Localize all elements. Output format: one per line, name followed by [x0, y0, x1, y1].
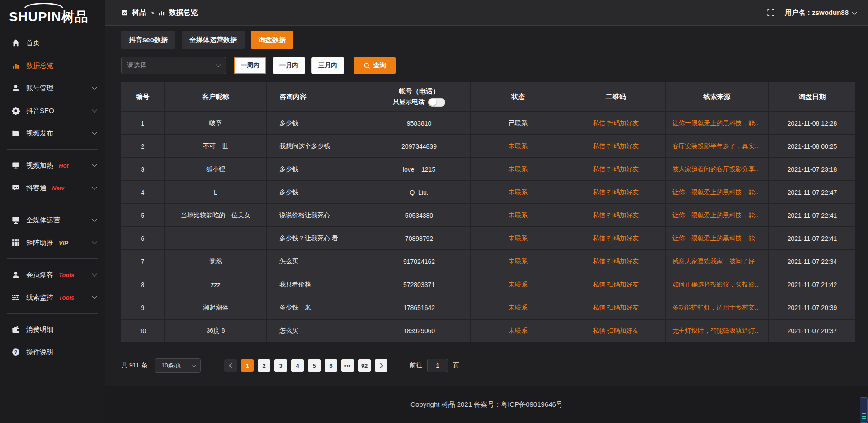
sidebar-item[interactable]: ?操作说明: [0, 341, 105, 363]
table-row: 3狐小狸多少钱love__1215未联系私信 扫码加好友被大家追着问的客厅投影分…: [121, 158, 855, 180]
screen-icon: [12, 161, 20, 169]
sidebar-item[interactable]: 视频加热Hot: [0, 154, 105, 177]
page-footer: Copyright 树品 2021 备案号：粤ICP备09019646号: [105, 386, 868, 423]
row-source-link[interactable]: 让你一眼就爱上的黑科技，能...: [666, 204, 768, 226]
goto-page-input[interactable]: [427, 359, 448, 372]
page-button[interactable]: 1: [241, 359, 254, 372]
period-button[interactable]: 一周内: [234, 57, 266, 74]
row-qrcode-link[interactable]: 私信 扫码加好友: [566, 135, 665, 157]
row-source-link[interactable]: 多功能护栏灯，适用于乡村文...: [666, 296, 768, 319]
period-button[interactable]: 三月内: [311, 57, 344, 74]
row-status: 未联系: [471, 320, 566, 342]
sidebar-item[interactable]: 线索监控Tools: [0, 286, 105, 309]
sidebar-item[interactable]: 会员爆客Tools: [0, 263, 105, 286]
period-button[interactable]: 一月内: [273, 57, 305, 74]
user-menu[interactable]: 用户名：zswodun88: [785, 9, 856, 17]
row-id: 3: [121, 158, 164, 180]
row-id: 8: [121, 273, 164, 296]
row-qrcode-link[interactable]: 私信 扫码加好友: [566, 112, 665, 134]
tab[interactable]: 询盘数据: [251, 31, 293, 49]
column-header: 编号: [121, 82, 164, 111]
row-source-link[interactable]: 让你一眼就爱上的黑科技，能...: [666, 112, 768, 134]
sidebar-item[interactable]: 视频发布: [0, 122, 105, 145]
row-nickname: 36度 8: [165, 320, 266, 342]
row-source-link[interactable]: 感谢大家喜欢我家，被问了好...: [666, 250, 768, 273]
chevron-down-icon: [92, 107, 97, 112]
chart-icon: [12, 61, 20, 70]
breadcrumb-separator: >: [151, 9, 154, 16]
tab[interactable]: 全媒体运营数据: [182, 31, 245, 49]
next-page-button[interactable]: [375, 359, 387, 372]
page-button[interactable]: 3: [274, 359, 287, 372]
row-status: 未联系: [471, 273, 566, 296]
sidebar-item-label: 首页: [26, 39, 40, 47]
row-source-link[interactable]: 让你一眼就爱上的黑科技，能...: [666, 181, 768, 203]
fullscreen-icon[interactable]: [767, 9, 775, 17]
row-qrcode-link[interactable]: 私信 扫码加好友: [566, 250, 665, 273]
floating-widget[interactable]: [860, 397, 868, 423]
row-source-link[interactable]: 如何正确选择投影仪，买投影...: [666, 273, 768, 296]
table-row: 7觉然怎么买917024162未联系私信 扫码加好友感谢大家喜欢我家，被问了好.…: [121, 250, 855, 273]
row-qrcode-link[interactable]: 私信 扫码加好友: [566, 296, 665, 319]
search-button[interactable]: 查询: [354, 57, 396, 74]
sidebar-divider: [7, 258, 98, 259]
row-source-link[interactable]: 被大家追着问的客厅投影分享...: [666, 158, 768, 180]
goto-page: 前往 页: [410, 359, 459, 372]
row-qrcode-link[interactable]: 私信 扫码加好友: [566, 273, 665, 296]
row-qrcode-link[interactable]: 私信 扫码加好友: [566, 204, 665, 226]
sidebar-item[interactable]: 全媒体运营: [0, 209, 105, 231]
sidebar-item[interactable]: 消费明细: [0, 318, 105, 341]
row-source-link[interactable]: 让你一眼就爱上的黑科技，能...: [666, 227, 768, 249]
row-date: 2021-11-08 12:28: [769, 112, 855, 134]
inquiry-table: 编号客户昵称咨询内容帐号（电话）只显示电话状态二维码线索来源询盘日期 1啵章多少…: [121, 82, 855, 342]
table-row: 8zzz我只看价格572803371未联系私信 扫码加好友如何正确选择投影仪，买…: [121, 273, 855, 296]
tab[interactable]: 抖音seo数据: [121, 31, 175, 49]
sidebar-item[interactable]: 抖客通New: [0, 177, 105, 199]
page-square-icon: [121, 9, 128, 16]
sliders-icon: [12, 293, 20, 301]
pagination-bar: 共 911 条 10条/页 123456•••92 前往 页: [121, 358, 855, 373]
row-qrcode-link[interactable]: 私信 扫码加好友: [566, 320, 665, 342]
phone-only-toggle[interactable]: [428, 98, 445, 107]
row-qrcode-link[interactable]: 私信 扫码加好友: [566, 181, 665, 203]
table-row: 1啵章多少钱9583810已联系私信 扫码加好友让你一眼就爱上的黑科技，能...…: [121, 112, 855, 134]
breadcrumb-root[interactable]: 树品: [132, 8, 146, 18]
sidebar-divider: [7, 204, 98, 204]
page-button[interactable]: 6: [325, 359, 337, 372]
row-content: 我想问这个多少钱: [267, 135, 368, 157]
breadcrumb-current: 数据总览: [169, 8, 198, 18]
row-id: 4: [121, 181, 164, 203]
page-button[interactable]: 2: [258, 359, 270, 372]
pager-ellipsis[interactable]: •••: [341, 359, 354, 372]
column-header: 询盘日期: [769, 82, 855, 111]
table-row: 1036度 8怎么买183929060未联系私信 扫码加好友无主灯设计，智能磁吸…: [121, 320, 855, 342]
page-button[interactable]: 4: [291, 359, 304, 372]
page-size-select[interactable]: 10条/页: [155, 358, 201, 373]
row-qrcode-link[interactable]: 私信 扫码加好友: [566, 158, 665, 180]
header-right: 用户名：zswodun88: [767, 9, 856, 17]
row-account: love__1215: [368, 158, 470, 180]
row-nickname: 潮起潮落: [165, 296, 266, 319]
chevron-down-icon: [92, 216, 97, 221]
row-qrcode-link[interactable]: 私信 扫码加好友: [566, 227, 665, 249]
row-source-link[interactable]: 无主灯设计，智能磁吸轨道灯...: [666, 320, 768, 342]
prev-page-button[interactable]: [224, 359, 237, 372]
page-button[interactable]: 92: [358, 359, 371, 372]
sidebar-item[interactable]: 账号管理: [0, 77, 105, 99]
sidebar-item[interactable]: 抖音SEO: [0, 99, 105, 122]
sidebar-item-label: 账号管理: [26, 84, 53, 93]
filter-select[interactable]: 请选择: [121, 57, 226, 74]
sidebar-item[interactable]: 首页: [0, 32, 105, 54]
row-id: 5: [121, 204, 164, 226]
sidebar-item[interactable]: 数据总览: [0, 54, 105, 77]
column-header: 客户昵称: [165, 82, 266, 111]
sidebar-item-label: 抖客通: [26, 184, 47, 193]
brand-logo: SHUPIN树品: [0, 0, 105, 28]
main-content: 抖音seo数据全媒体运营数据询盘数据 请选择 一周内一月内三月内 查询 编号客户…: [105, 26, 868, 386]
row-source-link[interactable]: 客厅安装投影半年多了，真实...: [666, 135, 768, 157]
page-button[interactable]: 5: [308, 359, 321, 372]
row-content: 怎么买: [267, 250, 368, 273]
sidebar-item[interactable]: 矩阵助推VIP: [0, 231, 105, 254]
username-text: 用户名：zswodun88: [785, 9, 849, 17]
copyright-text: Copyright 树品 2021 备案号：粤ICP备09019646号: [410, 400, 563, 409]
